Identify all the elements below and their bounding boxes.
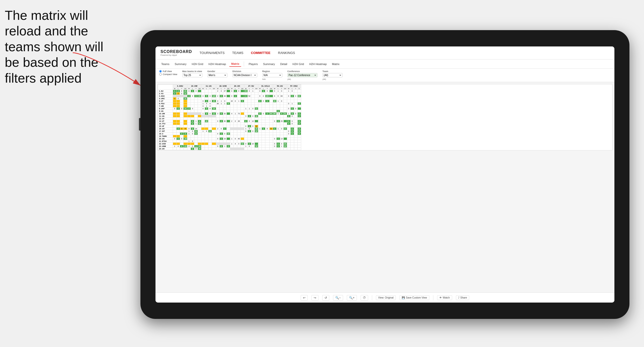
matrix-cell: 2 <box>244 120 248 123</box>
compact-view-option[interactable]: Compact View <box>159 73 177 76</box>
matrix-cell: 1 <box>276 145 280 148</box>
matrix-cell <box>177 125 180 128</box>
matrix-cell: 0 <box>244 130 248 133</box>
sub-nav-summary2[interactable]: Summary <box>261 62 277 67</box>
matrix-cell: 1 <box>297 112 301 115</box>
sub-nav-h2h-grid[interactable]: H2H Grid <box>190 62 205 67</box>
matrix-cell <box>262 123 265 125</box>
matrix-cell <box>212 128 216 130</box>
table-row: 8. UAF01014200101511011010 <box>158 107 301 110</box>
tablet-screen: SCOREBOARD Powered by clippd TOURNAMENTS… <box>155 46 614 303</box>
max-teams-select[interactable]: Top 25 Top 50 All <box>182 73 202 77</box>
zoom-in-button[interactable]: 🔍+ <box>347 295 357 301</box>
sub-nav-matrix2[interactable]: Matrix <box>330 62 342 67</box>
matrix-cell <box>251 118 255 120</box>
share-button[interactable]: ⤴ Share <box>456 295 469 300</box>
matrix-cell <box>212 115 216 118</box>
division-select[interactable]: NCAA Division I NCAA Division II NCAA Di… <box>232 73 257 77</box>
main-content[interactable]: 3. ASU 10. UW 11. UA 22. UCB 24. UO 27. … <box>155 82 614 293</box>
view-original-button[interactable]: View: Original <box>376 295 396 300</box>
nav-item-committee[interactable]: COMMITTEE <box>251 50 271 56</box>
matrix-cell <box>297 135 301 138</box>
undo-icon: ↩ <box>303 296 305 300</box>
sub-nav-h2h-heatmap2[interactable]: H2H Heatmap <box>307 62 329 67</box>
reset-button[interactable]: ↺ <box>322 295 329 301</box>
matrix-cell <box>173 148 177 150</box>
matrix-cell <box>237 133 240 135</box>
matrix-cell: 11 <box>212 112 216 115</box>
matrix-cell <box>240 148 244 150</box>
matrix-cell <box>205 97 208 100</box>
matrix-cell: 13 <box>283 128 287 130</box>
matrix-cell: 1 <box>187 130 191 133</box>
matrix-cell: 0 <box>294 95 297 97</box>
sub-nav-summary[interactable]: Summary <box>173 62 188 67</box>
sub-nav-detail[interactable]: Detail <box>278 62 289 67</box>
matrix-cell <box>205 110 208 112</box>
save-custom-button[interactable]: 💾 Save Custom View <box>399 295 429 300</box>
matrix-cell <box>187 102 191 105</box>
full-view-option[interactable]: Full View <box>159 70 177 73</box>
matrix-cell <box>184 95 187 97</box>
team-row-label: 3. ASU <box>158 95 173 97</box>
matrix-cell: 1 <box>276 90 280 92</box>
matrix-cell <box>258 118 262 120</box>
matrix-cell <box>262 125 265 128</box>
matrix-cell <box>237 148 240 150</box>
matrix-cell <box>265 120 269 123</box>
matrix-cell: 1 <box>173 90 177 92</box>
matrix-cell: 0 <box>191 130 194 133</box>
matrix-cell: 13 <box>280 138 283 140</box>
nav-item-tournaments[interactable]: TOURNAMENTS <box>200 50 225 56</box>
watch-button[interactable]: 👁 Watch <box>437 295 452 300</box>
team-select[interactable]: (All) <box>323 73 343 77</box>
matrix-cell <box>240 92 244 95</box>
matrix-cell: 1 <box>248 143 251 145</box>
logo-area: SCOREBOARD Powered by clippd <box>160 49 192 56</box>
matrix-cell <box>297 138 301 140</box>
sub-nav-matrix[interactable]: Matrix <box>229 61 241 67</box>
matrix-cell <box>223 130 226 133</box>
share-icon: ⤴ <box>458 296 459 299</box>
matrix-cell: 2 <box>177 128 180 130</box>
zoom-out-button[interactable]: 🔍− <box>333 295 343 301</box>
refresh-button[interactable]: ⏱ <box>361 295 368 301</box>
matrix-cell <box>230 128 233 130</box>
matrix-cell: 0 <box>287 95 290 97</box>
undo-button[interactable]: ↩ <box>301 295 308 301</box>
nav-items: TOURNAMENTS TEAMS COMMITTEE RANKINGS <box>200 50 295 56</box>
ucb-l: L <box>219 88 223 90</box>
matrix-cell <box>191 92 194 95</box>
gender-select[interactable]: Men's Women's <box>207 73 227 77</box>
nav-item-teams[interactable]: TEAMS <box>232 50 244 56</box>
matrix-cell: 1 <box>177 107 180 110</box>
matrix-cell <box>287 138 290 140</box>
matrix-cell <box>208 133 212 135</box>
col-group-osu: 57. OSU <box>287 85 301 88</box>
matrix-cell: 0 <box>216 145 219 148</box>
matrix-cell: 0 <box>244 125 248 128</box>
matrix-cell <box>269 130 273 133</box>
matrix-cell <box>177 95 180 97</box>
matrix-cell: 1 <box>219 102 223 105</box>
conference-select[interactable]: Pac-12 Conference (All) ACC Big Ten SEC <box>287 73 317 77</box>
sub-nav-teams[interactable]: Teams <box>159 62 171 67</box>
matrix-cell: 2 <box>191 128 194 130</box>
full-view-radio[interactable] <box>159 70 162 73</box>
nav-item-rankings[interactable]: RANKINGS <box>278 50 295 56</box>
matrix-cell: 0 <box>219 128 223 130</box>
table-row: 12. UV <box>158 118 301 120</box>
matrix-cell <box>240 107 244 110</box>
redo-button[interactable]: ↪ <box>311 295 318 301</box>
sub-nav-h2h-heatmap[interactable]: H2H Heatmap <box>206 62 228 67</box>
table-row: 13. UT211220230202620120329100 <box>158 120 301 123</box>
matrix-cell: 0 <box>237 143 240 145</box>
matrix-cell: 0 <box>233 100 237 102</box>
sub-nav-players[interactable]: Players <box>247 62 260 67</box>
matrix-cell <box>201 110 205 112</box>
sub-nav-h2h-grid2[interactable]: H2H Grid <box>290 62 306 67</box>
region-select[interactable]: N/A East West South Midwest <box>262 73 282 77</box>
compact-view-radio[interactable] <box>159 73 162 76</box>
matrix-cell <box>265 115 269 118</box>
matrix-cell <box>191 115 194 118</box>
